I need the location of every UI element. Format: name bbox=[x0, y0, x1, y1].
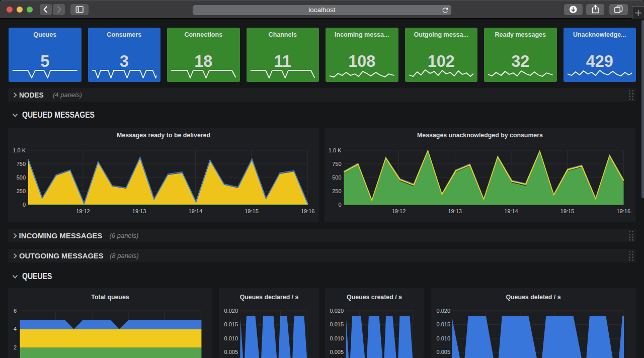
svg-text:1.0 K: 1.0 K bbox=[329, 147, 342, 153]
svg-text:250: 250 bbox=[332, 188, 341, 194]
svg-text:0.005: 0.005 bbox=[224, 349, 238, 355]
svg-text:19:12: 19:12 bbox=[76, 208, 90, 214]
svg-text:19:13: 19:13 bbox=[448, 208, 462, 214]
svg-text:19:12: 19:12 bbox=[392, 208, 406, 214]
svg-text:1.0 K: 1.0 K bbox=[13, 147, 26, 153]
svg-text:0: 0 bbox=[23, 202, 26, 208]
svg-text:250: 250 bbox=[17, 188, 26, 194]
svg-text:0.010: 0.010 bbox=[330, 335, 344, 341]
svg-text:750: 750 bbox=[17, 161, 26, 167]
svg-text:0.015: 0.015 bbox=[224, 321, 238, 327]
svg-text:750: 750 bbox=[332, 161, 341, 167]
svg-text:0.010: 0.010 bbox=[224, 335, 238, 341]
svg-text:0: 0 bbox=[338, 202, 341, 208]
svg-text:19:16: 19:16 bbox=[617, 208, 631, 214]
svg-text:0.015: 0.015 bbox=[330, 321, 344, 327]
svg-text:19:13: 19:13 bbox=[132, 208, 146, 214]
svg-text:19:14: 19:14 bbox=[504, 208, 518, 214]
svg-text:0.005: 0.005 bbox=[436, 349, 450, 355]
svg-text:500: 500 bbox=[332, 174, 341, 181]
svg-text:4: 4 bbox=[14, 326, 17, 332]
svg-text:0.020: 0.020 bbox=[330, 308, 344, 314]
svg-text:19:16: 19:16 bbox=[301, 208, 315, 214]
svg-text:0.005: 0.005 bbox=[330, 349, 344, 355]
svg-text:0.020: 0.020 bbox=[436, 308, 450, 314]
svg-text:0.010: 0.010 bbox=[436, 335, 450, 341]
svg-text:0.020: 0.020 bbox=[224, 308, 238, 314]
svg-text:19:15: 19:15 bbox=[245, 208, 259, 214]
svg-text:500: 500 bbox=[17, 174, 26, 181]
svg-text:19:14: 19:14 bbox=[189, 208, 203, 214]
svg-text:2: 2 bbox=[14, 344, 17, 350]
svg-text:6: 6 bbox=[14, 308, 17, 314]
svg-text:0.015: 0.015 bbox=[436, 321, 450, 327]
svg-text:19:15: 19:15 bbox=[560, 208, 575, 214]
